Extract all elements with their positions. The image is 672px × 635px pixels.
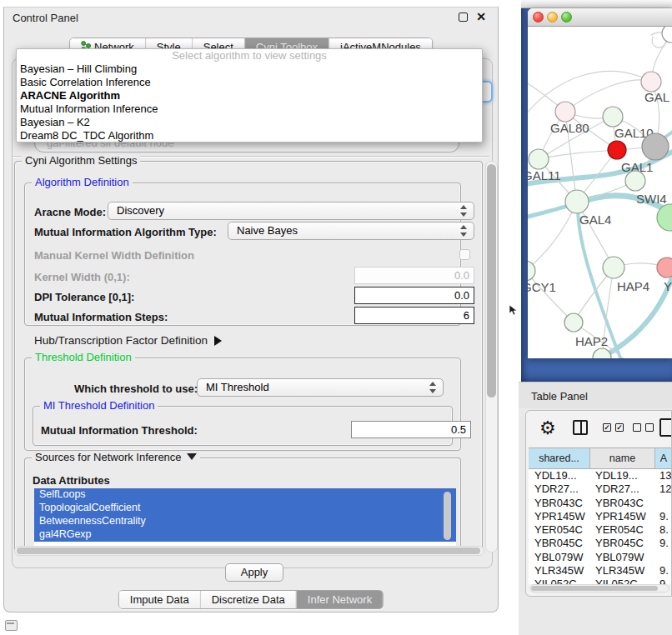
network-canvas[interactable]: GALGAL80GAL10GAL1GAL11SWI4GAL4GCY1HAP4YH… xyxy=(528,27,672,358)
column-header[interactable]: name xyxy=(590,448,655,468)
network-node[interactable] xyxy=(555,102,575,122)
network-node-label: GCY1 xyxy=(528,280,556,294)
settings-hscrollbar-thumb[interactable] xyxy=(17,548,480,554)
table-hscrollbar-thumb[interactable] xyxy=(531,586,658,591)
table-cell: YBR043C xyxy=(595,497,655,509)
network-node[interactable] xyxy=(641,72,661,92)
kernel-width-field[interactable]: 0.0 xyxy=(354,267,474,284)
minimized-panel-icon[interactable] xyxy=(5,620,18,631)
table-row[interactable]: YDR27...YDR27...12 xyxy=(529,482,672,496)
table-row[interactable]: YBR043CYBR043C xyxy=(529,497,672,510)
table-cell: YER054C xyxy=(595,523,655,536)
table-cell: YDR27... xyxy=(595,482,655,495)
table-row[interactable]: YBR045CYBR045C9. xyxy=(529,537,672,550)
minimize-traffic-light-icon[interactable] xyxy=(547,12,558,22)
column-header[interactable]: shared... xyxy=(529,448,590,468)
network-node[interactable] xyxy=(529,149,549,169)
network-edge[interactable] xyxy=(565,80,651,112)
table-panel-title: Table Panel xyxy=(531,390,588,402)
document-icon[interactable] xyxy=(659,418,672,437)
table-cell: YER054C xyxy=(534,523,589,536)
table-row[interactable]: YIL052CYIL052C9. xyxy=(529,578,672,584)
list-item[interactable]: SelfLoops xyxy=(34,488,456,502)
network-node-label: HAP2 xyxy=(575,334,608,348)
network-node[interactable] xyxy=(608,141,626,159)
data-attributes-label: Data Attributes xyxy=(33,474,110,487)
table-cell: 12 xyxy=(659,482,672,495)
data-attributes-list[interactable]: SelfLoopsTopologicalCoefficientBetweenne… xyxy=(34,488,456,547)
aracne-mode-value: Discovery xyxy=(117,204,164,217)
network-edge[interactable] xyxy=(528,72,651,125)
zoom-traffic-light-icon[interactable] xyxy=(561,12,572,22)
list-item[interactable]: gal4RGexp xyxy=(34,528,456,542)
table-toolbar: ⚙ ✓ ✓ xyxy=(526,416,671,444)
unchecked-checkbox-icon[interactable] xyxy=(633,423,641,432)
tab-infer-network[interactable]: Infer Network xyxy=(296,591,383,608)
split-columns-icon[interactable] xyxy=(573,420,588,435)
checked-checkbox-icon[interactable]: ✓ xyxy=(615,423,624,432)
mi-steps-field[interactable]: 6 xyxy=(354,307,474,324)
algorithm-dropdown-popup: Select algorithm to view settings Bayesi… xyxy=(16,48,483,142)
checked-checkbox-icon[interactable]: ✓ xyxy=(603,423,611,432)
network-node[interactable] xyxy=(565,190,589,213)
dropdown-hint: Select algorithm to view settings xyxy=(17,49,482,62)
dropdown-item[interactable]: Mutual Information Inference xyxy=(17,102,482,116)
table-row[interactable]: YBL079WYBL079W xyxy=(529,551,672,564)
group-title: Algorithm Definition xyxy=(32,176,133,188)
network-node[interactable] xyxy=(603,107,623,127)
network-node-label: GAL xyxy=(644,90,669,104)
tab-discretize-data[interactable]: Discretize Data xyxy=(200,591,296,608)
unchecked-checkbox-icon[interactable] xyxy=(645,423,654,432)
mi-algorithm-type-select[interactable]: Naive Bayes xyxy=(228,222,474,240)
table-row[interactable]: YPR145WYPR145W9. xyxy=(529,510,672,523)
apply-button[interactable]: Apply xyxy=(225,563,283,582)
dpi-tolerance-field[interactable]: 0.0 xyxy=(354,287,474,304)
table-row[interactable]: YER054CYER054C8. xyxy=(529,523,672,537)
close-icon[interactable]: ✕ xyxy=(476,10,486,23)
which-threshold-select[interactable]: MI Threshold xyxy=(197,378,444,397)
list-scrollbar-thumb[interactable] xyxy=(444,492,451,540)
network-view-window: GALGAL80GAL10GAL1GAL11SWI4GAL4GCY1HAP4YH… xyxy=(528,8,672,358)
network-node-label: GAL11 xyxy=(528,168,561,182)
network-node[interactable] xyxy=(593,348,611,358)
close-traffic-light-icon[interactable] xyxy=(533,12,544,22)
which-threshold-value: MI Threshold xyxy=(206,381,269,393)
settings-vscrollbar-thumb[interactable] xyxy=(487,164,496,398)
network-node[interactable] xyxy=(603,257,624,278)
network-node[interactable] xyxy=(625,171,645,191)
list-item[interactable]: BetweennessCentrality xyxy=(34,515,456,528)
table-cell: 9. xyxy=(659,537,672,549)
aracne-mode-select[interactable]: Discovery xyxy=(108,202,474,220)
list-item[interactable]: TopologicalCoefficient xyxy=(34,502,456,515)
table-cell: YBR045C xyxy=(595,537,655,549)
network-edge[interactable] xyxy=(539,150,617,159)
column-header[interactable]: A xyxy=(655,448,672,468)
table-cell: 9. xyxy=(659,578,672,584)
network-window-titlebar[interactable] xyxy=(528,8,672,27)
dropdown-item[interactable]: ARACNE Algorithm xyxy=(17,89,482,102)
network-node[interactable] xyxy=(642,133,669,160)
dpi-tolerance-label: DPI Tolerance [0,1]: xyxy=(34,291,134,303)
dropdown-item[interactable]: Basic Correlation Inference xyxy=(17,76,482,89)
table-cell: YLR345W xyxy=(534,564,589,577)
network-edge[interactable] xyxy=(528,271,574,322)
network-node-label: GAL4 xyxy=(579,212,611,227)
dropdown-item[interactable]: Bayesian – Hill Climbing xyxy=(17,62,482,76)
expand-arrow-icon xyxy=(214,336,222,346)
hub-definition-toggle[interactable]: Hub/Transcription Factor Definition xyxy=(34,334,222,347)
gear-icon[interactable]: ⚙ xyxy=(539,418,556,439)
network-node[interactable] xyxy=(564,313,583,332)
network-node[interactable] xyxy=(657,258,672,278)
dropdown-item[interactable]: Bayesian – K2 xyxy=(17,116,482,129)
table-row[interactable]: YDL19...YDL19...13 xyxy=(529,469,672,482)
group-title: MI Threshold Definition xyxy=(40,399,158,412)
dropdown-item[interactable]: Dream8 DC_TDC Algorithm xyxy=(17,129,482,142)
mi-threshold-field[interactable]: 0.5 xyxy=(351,421,471,438)
table-body: YDL19...YDL19...13YDR27...YDR27...12YBR0… xyxy=(529,469,672,584)
dropdown-list: Bayesian – Hill ClimbingBasic Correlatio… xyxy=(17,62,482,142)
float-window-icon[interactable] xyxy=(459,12,468,22)
network-node[interactable] xyxy=(662,27,672,42)
tab-impute-data[interactable]: Impute Data xyxy=(119,591,200,608)
table-row[interactable]: YLR345WYLR345W9. xyxy=(529,564,672,578)
manual-kernel-checkbox[interactable] xyxy=(459,249,470,260)
